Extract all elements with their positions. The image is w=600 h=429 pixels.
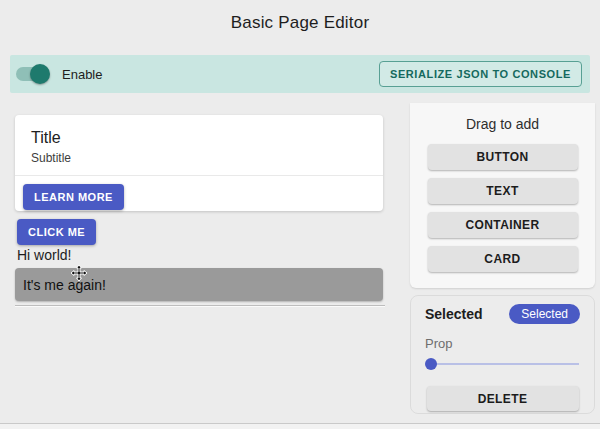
- enable-toggle[interactable]: Enable: [16, 64, 102, 84]
- palette-item-text[interactable]: TEXT: [428, 178, 578, 204]
- palette-panel: Drag to add BUTTON TEXT CONTAINER CARD: [410, 103, 595, 288]
- page-title: Basic Page Editor: [0, 13, 600, 33]
- card-title: Title: [15, 115, 383, 147]
- toggle-switch-icon[interactable]: [16, 64, 50, 84]
- slider-rail: [426, 363, 579, 365]
- bottom-divider: [0, 423, 600, 429]
- card-component[interactable]: Title Subtitle LEARN MORE: [15, 115, 383, 211]
- toolbar: Enable SERIALIZE JSON TO CONSOLE: [10, 55, 590, 93]
- canvas-divider: [15, 305, 385, 307]
- palette-title: Drag to add: [410, 103, 595, 132]
- selected-row: Selected Selected: [411, 296, 594, 324]
- delete-button[interactable]: DELETE: [427, 386, 579, 411]
- learn-more-button[interactable]: LEARN MORE: [23, 184, 124, 210]
- serialize-json-button[interactable]: SERIALIZE JSON TO CONSOLE: [379, 61, 582, 87]
- card-actions: LEARN MORE: [15, 176, 383, 218]
- card-subtitle: Subtitle: [15, 147, 383, 175]
- enable-label: Enable: [62, 67, 102, 82]
- prop-label: Prop: [425, 336, 580, 351]
- selected-label: Selected: [425, 306, 483, 322]
- click-me-button[interactable]: CLICK ME: [17, 219, 96, 245]
- toggle-thumb: [30, 64, 50, 84]
- palette-item-container[interactable]: CONTAINER: [428, 212, 578, 238]
- inspector-panel: Selected Selected Prop DELETE: [410, 295, 595, 414]
- palette-item-button[interactable]: BUTTON: [428, 144, 578, 170]
- selected-chip: Selected: [509, 304, 580, 324]
- prop-slider[interactable]: [426, 358, 579, 370]
- text-component[interactable]: Hi world!: [17, 247, 71, 263]
- text-component-selected[interactable]: It's me again!: [15, 268, 383, 301]
- slider-thumb[interactable]: [425, 358, 437, 370]
- palette-item-card[interactable]: CARD: [428, 246, 578, 272]
